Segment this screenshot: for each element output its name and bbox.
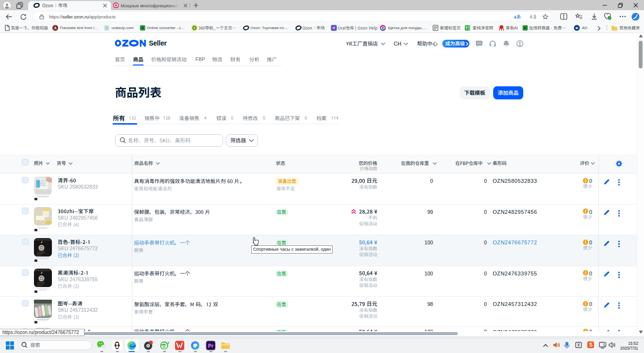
svg-text:Pr: Pr xyxy=(208,343,213,349)
